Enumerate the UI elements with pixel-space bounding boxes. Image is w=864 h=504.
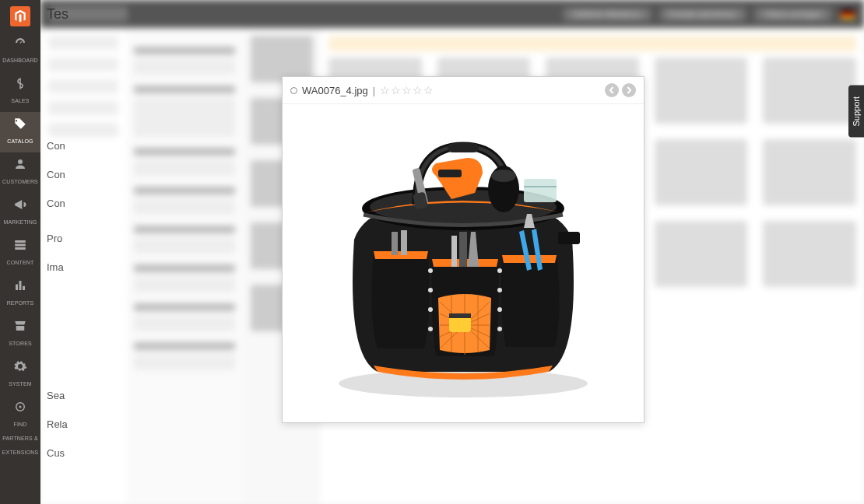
svg-point-28: [491, 170, 516, 182]
sidebar-item-reports[interactable]: REPORTS: [0, 274, 40, 314]
sidebar-item-system[interactable]: SYSTEM: [0, 355, 40, 395]
svg-point-17: [428, 288, 433, 292]
svg-point-19: [428, 327, 433, 331]
magento-logo[interactable]: [10, 6, 30, 26]
svg-point-2: [19, 406, 22, 408]
bullet-icon: [290, 87, 297, 94]
section-row: Sea: [47, 390, 68, 401]
svg-point-22: [497, 307, 502, 312]
section-row: Con: [47, 198, 68, 209]
section-row: Rela: [47, 418, 68, 430]
section-row: Ima: [47, 261, 68, 273]
svg-rect-34: [459, 232, 467, 267]
svg-rect-7: [558, 232, 580, 244]
section-row: Con: [47, 140, 68, 152]
sidebar-item-stores[interactable]: STORES: [0, 314, 40, 355]
dollar-icon: [13, 76, 27, 90]
person-icon: [13, 157, 27, 171]
lightbox-filename: WA0076_4.jpg: [302, 85, 368, 96]
magento-sidebar: DASHBOARD SALES CATALOG CUSTOMERS MARKET…: [0, 0, 40, 504]
topbar-button[interactable]: Videos anzeigen: [755, 8, 831, 21]
svg-rect-29: [524, 179, 557, 202]
support-tab[interactable]: Support: [848, 86, 864, 138]
topbar-button[interactable]: Geführte Webdemo: [564, 8, 650, 21]
svg-rect-32: [401, 230, 407, 255]
svg-point-20: [497, 268, 502, 273]
chevron-left-icon: [608, 86, 616, 94]
svg-point-0: [18, 159, 23, 164]
svg-rect-31: [392, 232, 398, 255]
svg-point-21: [497, 288, 502, 292]
svg-rect-33: [451, 236, 457, 267]
svg-rect-36: [449, 313, 471, 318]
lightbox-next-button[interactable]: [622, 83, 636, 97]
magento-logo-icon: [13, 9, 27, 23]
section-labels-peek: Con Con Con Pro Ima Sea Rela Cus: [47, 140, 68, 476]
lightbox-prev-button[interactable]: [605, 83, 619, 97]
chevron-right-icon: [625, 86, 633, 94]
bars-icon: [13, 278, 27, 292]
puzzle-icon: [13, 400, 27, 414]
svg-rect-6: [448, 143, 479, 152]
lightbox-image-area: [283, 104, 644, 422]
svg-point-23: [497, 327, 502, 331]
megaphone-icon: [13, 198, 27, 212]
sidebar-item-sales[interactable]: SALES: [0, 72, 40, 112]
sidebar-item-catalog[interactable]: CATALOG: [0, 112, 40, 152]
sidebar-item-customers[interactable]: CUSTOMERS: [0, 152, 40, 193]
image-lightbox: WA0076_4.jpg | ☆☆☆☆☆: [282, 76, 644, 423]
sidebar-item-dashboard[interactable]: DASHBOARD: [0, 31, 40, 72]
store-icon: [13, 319, 27, 333]
lightbox-header: WA0076_4.jpg | ☆☆☆☆☆: [283, 77, 644, 104]
rating-stars[interactable]: ☆☆☆☆☆: [380, 84, 434, 96]
section-row: Con: [47, 169, 68, 180]
svg-rect-24: [438, 170, 462, 177]
section-row: Cus: [47, 447, 68, 459]
section-row: Pro: [47, 233, 68, 244]
page-title-peek: Tes: [47, 6, 68, 23]
layers-icon: [13, 238, 27, 252]
tool-bag-image: [300, 115, 627, 411]
tag-icon: [13, 117, 27, 131]
svg-point-16: [428, 268, 433, 273]
sidebar-item-content[interactable]: CONTENT: [0, 233, 40, 274]
gear-icon: [13, 359, 27, 373]
separator: |: [373, 85, 375, 96]
dam-topbar: Geführte Webdemo Kontakt aufnehmen Video…: [40, 0, 864, 28]
sidebar-item-partners[interactable]: FIND PARTNERS & EXTENSIONS: [0, 395, 40, 464]
svg-point-18: [428, 307, 433, 312]
topbar-button[interactable]: Kontakt aufnehmen: [660, 8, 746, 21]
german-flag-icon[interactable]: [841, 9, 855, 19]
sidebar-item-marketing[interactable]: MARKETING: [0, 193, 40, 233]
gauge-icon: [13, 36, 27, 50]
